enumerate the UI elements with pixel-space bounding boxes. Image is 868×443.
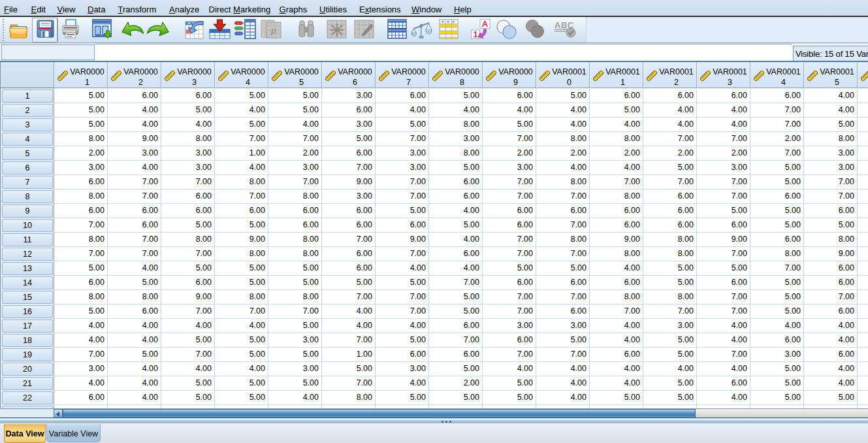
svg-text:A: A: [482, 19, 489, 29]
svg-text:1: 1: [474, 30, 478, 39]
svg-text:μ: μ: [270, 25, 276, 35]
